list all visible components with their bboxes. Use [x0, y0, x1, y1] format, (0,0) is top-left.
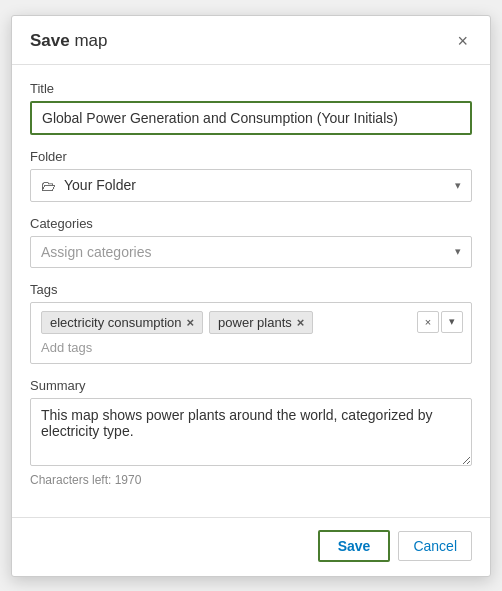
- title-label: Title: [30, 81, 472, 96]
- folder-label: Folder: [30, 149, 472, 164]
- title-input[interactable]: [30, 101, 472, 135]
- dialog-title: Save map: [30, 31, 108, 51]
- summary-textarea[interactable]: [30, 398, 472, 466]
- tag-power-plants-close[interactable]: ×: [297, 316, 305, 329]
- tag-electricity-consumption-label: electricity consumption: [50, 315, 182, 330]
- folder-field-group: Folder 🗁 Your Folder ▾: [30, 149, 472, 202]
- chars-left: Characters left: 1970: [30, 473, 472, 487]
- tags-row: electricity consumption × power plants ×: [41, 311, 461, 334]
- add-tags-placeholder: Add tags: [41, 340, 461, 355]
- tags-label: Tags: [30, 282, 472, 297]
- folder-select[interactable]: 🗁 Your Folder ▾: [30, 169, 472, 202]
- tag-electricity-consumption: electricity consumption ×: [41, 311, 203, 334]
- tag-electricity-consumption-close[interactable]: ×: [187, 316, 195, 329]
- tags-chevron-button[interactable]: ▾: [441, 311, 463, 333]
- tag-power-plants: power plants ×: [209, 311, 313, 334]
- cancel-button[interactable]: Cancel: [398, 531, 472, 561]
- categories-label: Categories: [30, 216, 472, 231]
- folder-icon: 🗁: [41, 177, 56, 194]
- save-button[interactable]: Save: [318, 530, 391, 562]
- categories-placeholder: Assign categories: [41, 244, 152, 260]
- dialog-header: Save map ×: [12, 16, 490, 65]
- close-button[interactable]: ×: [453, 30, 472, 52]
- categories-field-group: Categories Assign categories ▾: [30, 216, 472, 268]
- tags-container[interactable]: electricity consumption × power plants ×…: [30, 302, 472, 364]
- tag-power-plants-label: power plants: [218, 315, 292, 330]
- dialog-footer: Save Cancel: [12, 517, 490, 576]
- categories-chevron-icon: ▾: [455, 245, 461, 258]
- summary-label: Summary: [30, 378, 472, 393]
- save-map-dialog: Save map × Title Folder 🗁 Your Folder ▾ …: [11, 15, 491, 577]
- dialog-body: Title Folder 🗁 Your Folder ▾ Categories …: [12, 65, 490, 517]
- folder-chevron-icon: ▾: [455, 179, 461, 192]
- tags-clear-button[interactable]: ×: [417, 311, 439, 333]
- title-field-group: Title: [30, 81, 472, 135]
- tags-actions: × ▾: [417, 311, 463, 333]
- categories-select[interactable]: Assign categories ▾: [30, 236, 472, 268]
- folder-value: Your Folder: [64, 177, 136, 193]
- tags-field-group: Tags electricity consumption × power pla…: [30, 282, 472, 364]
- summary-field-group: Summary Characters left: 1970: [30, 378, 472, 487]
